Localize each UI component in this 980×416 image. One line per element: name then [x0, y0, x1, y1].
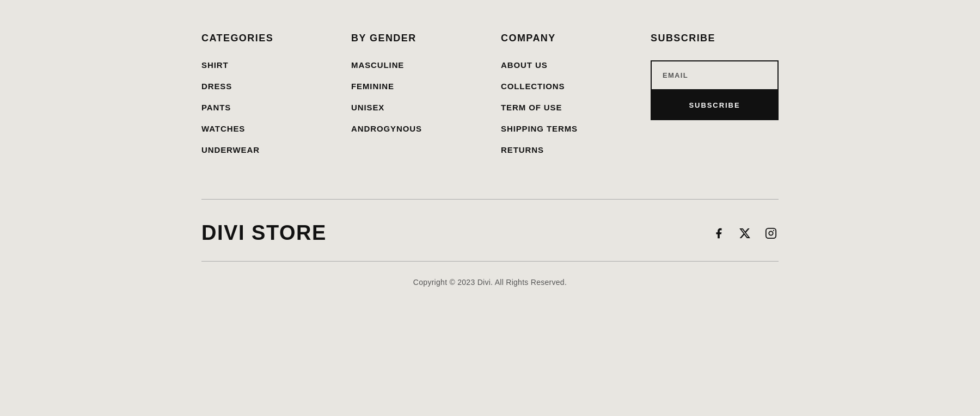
link-dress[interactable]: DRESS	[201, 82, 329, 91]
link-shirt[interactable]: SHIRT	[201, 60, 329, 70]
categories-title: CATEGORIES	[201, 33, 329, 44]
link-feminine[interactable]: FEMININE	[351, 82, 479, 91]
link-returns[interactable]: RETURNS	[501, 145, 629, 154]
link-about-us[interactable]: ABOUT US	[501, 60, 629, 70]
link-shipping-terms[interactable]: SHIPPING TERMS	[501, 124, 629, 133]
facebook-icon[interactable]	[711, 226, 726, 241]
link-masculine[interactable]: MASCULINE	[351, 60, 479, 70]
footer: CATEGORIES SHIRT DRESS PANTS WATCHES UND…	[191, 0, 789, 308]
by-gender-section: BY GENDER MASCULINE FEMININE UNISEX ANDR…	[351, 33, 479, 166]
email-input[interactable]	[651, 60, 779, 90]
company-title: COMPANY	[501, 33, 629, 44]
link-collections[interactable]: COLLECTIONS	[501, 82, 629, 91]
brand-name: DIVI STORE	[201, 221, 327, 245]
link-pants[interactable]: PANTS	[201, 103, 329, 112]
footer-top-section: CATEGORIES SHIRT DRESS PANTS WATCHES UND…	[201, 33, 779, 199]
copyright-text: Copyright © 2023 Divi. All Rights Reserv…	[201, 262, 779, 308]
link-underwear[interactable]: UNDERWEAR	[201, 145, 329, 154]
company-section: COMPANY ABOUT US COLLECTIONS TERM OF USE…	[501, 33, 629, 166]
link-term-of-use[interactable]: TERM OF USE	[501, 103, 629, 112]
categories-section: CATEGORIES SHIRT DRESS PANTS WATCHES UND…	[201, 33, 329, 166]
instagram-icon[interactable]	[763, 226, 779, 241]
svg-rect-0	[766, 228, 776, 238]
subscribe-title: SUBSCRIBE	[651, 33, 779, 44]
subscribe-button[interactable]: SUBSCRIBE	[651, 90, 779, 120]
link-unisex[interactable]: UNISEX	[351, 103, 479, 112]
twitter-x-icon[interactable]	[737, 226, 752, 241]
link-androgynous[interactable]: ANDROGYNOUS	[351, 124, 479, 133]
link-watches[interactable]: WATCHES	[201, 124, 329, 133]
svg-point-2	[773, 229, 774, 231]
footer-bottom-section: DIVI STORE	[201, 200, 779, 261]
svg-point-1	[769, 231, 773, 235]
subscribe-section: SUBSCRIBE SUBSCRIBE	[651, 33, 779, 166]
by-gender-title: BY GENDER	[351, 33, 479, 44]
social-icons-group	[711, 226, 779, 241]
